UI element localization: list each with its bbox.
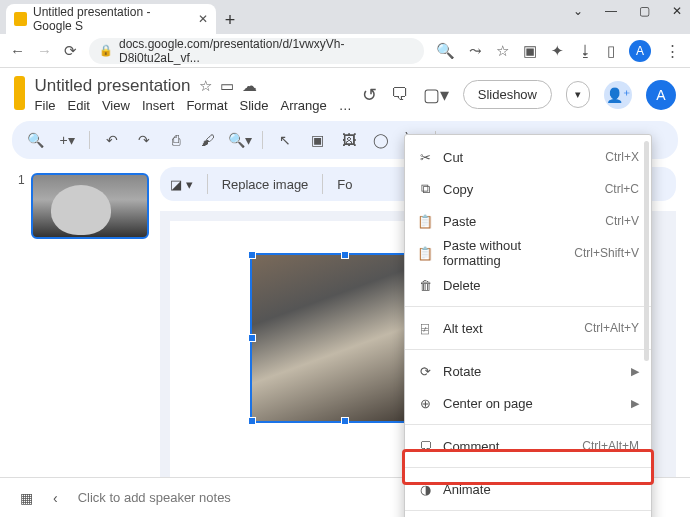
minimize-icon[interactable]: — [605, 4, 617, 18]
copy-icon: ⧉ [417, 181, 433, 197]
thumbnail-panel: 1 [0, 159, 160, 501]
menu-format[interactable]: Format [186, 98, 227, 113]
kebab-menu-icon[interactable]: ⋮ [665, 42, 680, 60]
menu-view[interactable]: View [102, 98, 130, 113]
paste-icon: 📋 [417, 214, 433, 229]
slideshow-button[interactable]: Slideshow [463, 80, 552, 109]
move-doc-icon[interactable]: ▭ [220, 77, 234, 95]
reload-icon[interactable]: ⟳ [64, 42, 77, 60]
menu-copy[interactable]: ⧉CopyCtrl+C [405, 173, 651, 205]
forward-icon: → [37, 42, 52, 59]
menu-insert[interactable]: Insert [142, 98, 175, 113]
resize-handle[interactable] [248, 334, 256, 342]
doc-title[interactable]: Untitled presentation [35, 76, 191, 96]
new-slide-icon[interactable]: +▾ [54, 127, 80, 153]
menu-bar: File Edit View Insert Format Slide Arran… [35, 98, 352, 113]
url-box[interactable]: 🔒 docs.google.com/presentation/d/1vwxyVh… [89, 38, 424, 64]
thumb-number: 1 [18, 173, 25, 239]
search-tool-icon[interactable]: 🔍 [22, 127, 48, 153]
resize-handle[interactable] [341, 417, 349, 425]
menu-scrollbar[interactable] [644, 141, 649, 361]
menu-center-on-page[interactable]: ⊕Center on page▶ [405, 387, 651, 419]
browser-tab-bar: Untitled presentation - Google S ✕ + ⌄ —… [0, 0, 690, 34]
resize-handle[interactable] [248, 417, 256, 425]
app-header: Untitled presentation ☆ ▭ ☁ File Edit Vi… [0, 68, 690, 113]
image-icon[interactable]: 🖼 [336, 127, 362, 153]
crop-tool-icon[interactable]: ◪ ▾ [170, 177, 193, 192]
rotate-icon: ⟳ [417, 364, 433, 379]
meet-icon[interactable]: ▢▾ [423, 84, 449, 106]
maximize-icon[interactable]: ▢ [639, 4, 650, 18]
caret-down-icon[interactable]: ⌄ [573, 4, 583, 18]
menu-more[interactable]: … [339, 98, 352, 113]
back-icon[interactable]: ← [10, 42, 25, 59]
format-options-short[interactable]: Fo [337, 177, 352, 192]
slide-thumbnail-1[interactable] [31, 173, 149, 239]
alt-text-icon: ⍯ [417, 321, 433, 336]
browser-tab[interactable]: Untitled presentation - Google S ✕ [6, 4, 216, 34]
chevron-left-icon[interactable]: ‹ [53, 490, 58, 506]
shape-icon[interactable]: ◯ [368, 127, 394, 153]
tab-title: Untitled presentation - Google S [33, 5, 192, 33]
menu-arrange[interactable]: Arrange [280, 98, 326, 113]
history-icon[interactable]: ↺ [362, 84, 377, 106]
close-tab-icon[interactable]: ✕ [198, 12, 208, 26]
delete-icon: 🗑 [417, 278, 433, 293]
translate-icon[interactable]: ⤳ [469, 42, 482, 60]
resize-handle[interactable] [341, 251, 349, 259]
cut-icon: ✂ [417, 150, 433, 165]
paint-format-icon[interactable]: 🖌 [195, 127, 221, 153]
textbox-icon[interactable]: ▣ [304, 127, 330, 153]
zoom-icon[interactable]: 🔍▾ [227, 127, 253, 153]
menu-rotate[interactable]: ⟳Rotate▶ [405, 355, 651, 387]
app-avatar[interactable]: A [646, 80, 676, 110]
extensions-icon[interactable]: ✦ [551, 42, 564, 60]
cast-icon[interactable]: ▣ [523, 42, 537, 60]
menu-alt-text[interactable]: ⍯Alt textCtrl+Alt+Y [405, 312, 651, 344]
menu-edit[interactable]: Edit [68, 98, 90, 113]
new-tab-button[interactable]: + [216, 6, 244, 34]
paste-plain-icon: 📋 [417, 246, 433, 261]
menu-paste[interactable]: 📋PasteCtrl+V [405, 205, 651, 237]
search-icon[interactable]: 🔍 [436, 42, 455, 60]
url-text: docs.google.com/presentation/d/1vwxyVh-D… [119, 37, 414, 65]
menu-paste-without-formatting[interactable]: 📋Paste without formattingCtrl+Shift+V [405, 237, 651, 269]
download-icon[interactable]: ⭳ [578, 42, 593, 59]
share-button[interactable]: 👤⁺ [604, 81, 632, 109]
address-bar: ← → ⟳ 🔒 docs.google.com/presentation/d/1… [0, 34, 690, 68]
cloud-status-icon[interactable]: ☁ [242, 77, 257, 95]
lock-icon: 🔒 [99, 44, 113, 57]
speaker-notes-placeholder[interactable]: Click to add speaker notes [78, 490, 231, 505]
browser-avatar[interactable]: A [629, 40, 651, 62]
grid-view-icon[interactable]: ▦ [20, 490, 33, 506]
star-icon[interactable]: ☆ [496, 42, 509, 60]
bookmark-icon[interactable]: ▯ [607, 42, 615, 60]
center-icon: ⊕ [417, 396, 433, 411]
print-icon[interactable]: ⎙ [163, 127, 189, 153]
replace-image-button[interactable]: Replace image [222, 177, 309, 192]
star-doc-icon[interactable]: ☆ [199, 77, 212, 95]
slides-favicon [14, 12, 27, 26]
menu-file[interactable]: File [35, 98, 56, 113]
redo-icon[interactable]: ↷ [131, 127, 157, 153]
resize-handle[interactable] [248, 251, 256, 259]
undo-icon[interactable]: ↶ [99, 127, 125, 153]
comments-icon[interactable]: 🗨 [391, 84, 409, 105]
menu-cut[interactable]: ✂CutCtrl+X [405, 141, 651, 173]
slideshow-dropdown[interactable]: ▾ [566, 81, 590, 108]
cursor-tool-icon[interactable]: ↖ [272, 127, 298, 153]
format-options-highlight [402, 449, 654, 485]
chevron-right-icon: ▶ [631, 365, 639, 378]
window-close-icon[interactable]: ✕ [672, 4, 682, 18]
menu-delete[interactable]: 🗑Delete [405, 269, 651, 301]
slides-logo[interactable] [14, 76, 25, 110]
chevron-right-icon: ▶ [631, 397, 639, 410]
menu-slide[interactable]: Slide [240, 98, 269, 113]
